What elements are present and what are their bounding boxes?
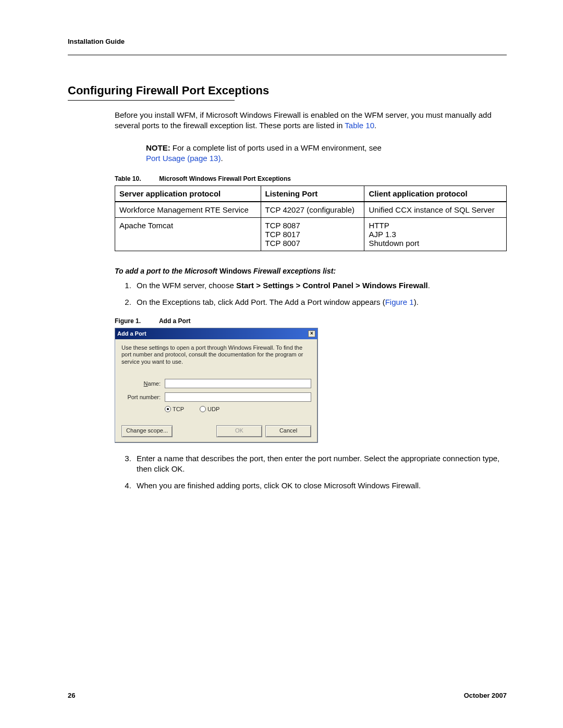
change-scope-button[interactable]: Change scope...	[121, 425, 173, 437]
dialog-description: Use these settings to open a port throug…	[121, 344, 311, 366]
proc-title-pre: To add a port to the Microsoft	[115, 267, 219, 275]
port-label: Port number:	[121, 394, 161, 400]
section-heading: Configuring Firewall Port Exceptions	[68, 84, 507, 97]
steps-list: On the WFM server, choose Start > Settin…	[133, 280, 507, 308]
intro-tail: .	[374, 121, 376, 130]
ok-button[interactable]: OK	[216, 425, 262, 437]
th-server-protocol: Server application protocol	[115, 186, 261, 202]
dialog-title: Add a Port	[117, 330, 146, 337]
protocol-radio-group: TCP UDP	[165, 406, 311, 412]
name-input[interactable]	[165, 379, 311, 388]
intro-paragraph: Before you install WFM, if Microsoft Win…	[115, 110, 507, 131]
note-tail: .	[221, 154, 223, 163]
note-block: NOTE: For a complete list of ports used …	[146, 143, 507, 164]
table-row: Apache Tomcat TCP 8087 TCP 8017 TCP 8007…	[115, 218, 507, 251]
step1-pre: On the WFM server, choose	[137, 281, 236, 290]
step2-post: ).	[414, 298, 419, 306]
header-rule	[68, 55, 507, 55]
procedure-title: To add a port to the Microsoft Windows F…	[115, 267, 507, 275]
figure-caption-text: Add a Port	[159, 317, 191, 325]
table-row: Workforce Management RTE Service TCP 420…	[115, 202, 507, 218]
cell: Unified CCX instance of SQL Server	[364, 202, 507, 218]
note-label: NOTE:	[146, 143, 170, 152]
page-footer: 26 October 2007	[68, 692, 507, 699]
table-caption-text: Microsoft Windows Firewall Port Exceptio…	[159, 175, 291, 182]
radio-icon	[165, 406, 171, 412]
note-text: For a complete list of ports used in a W…	[173, 143, 382, 152]
name-row: Name:	[121, 379, 311, 388]
cell: Workforce Management RTE Service	[115, 202, 261, 218]
heading-underline	[68, 100, 235, 101]
add-a-port-dialog: Add a Port × Use these settings to open …	[115, 328, 318, 443]
step1-bold: Start > Settings > Control Panel > Windo…	[236, 281, 428, 290]
cell: Apache Tomcat	[115, 218, 261, 251]
page: Installation Guide Configuring Firewall …	[0, 0, 563, 728]
step2-ref[interactable]: Figure 1	[385, 298, 414, 306]
port-number-input[interactable]	[165, 392, 311, 402]
radio-icon	[200, 406, 206, 412]
footer-date: October 2007	[464, 692, 507, 699]
proc-title-post: Firewall exceptions list:	[251, 267, 336, 275]
figure-caption: Figure 1. Add a Port	[115, 317, 507, 325]
step2-pre: On the Exceptions tab, click Add Port. T…	[137, 298, 385, 306]
cell: HTTP AJP 1.3 Shutdown port	[364, 218, 507, 251]
port-exceptions-table: Server application protocol Listening Po…	[115, 186, 507, 251]
step-2: On the Exceptions tab, click Add Port. T…	[133, 297, 507, 307]
intro-ref[interactable]: Table 10	[345, 121, 374, 130]
th-listening-port: Listening Port	[261, 186, 364, 202]
dialog-titlebar: Add a Port ×	[115, 328, 317, 339]
port-row: Port number:	[121, 392, 311, 402]
cell: TCP 8087 TCP 8017 TCP 8007	[261, 218, 364, 251]
page-number: 26	[68, 692, 75, 699]
table-header-row: Server application protocol Listening Po…	[115, 186, 507, 202]
step-3: Enter a name that describes the port, th…	[133, 453, 507, 475]
intro-text: Before you install WFM, if Microsoft Win…	[115, 110, 492, 130]
page-header: Installation Guide	[68, 38, 507, 55]
name-label: Name:	[121, 380, 161, 387]
proc-title-bold: Windows	[219, 267, 251, 275]
dialog-body: Use these settings to open a port throug…	[115, 339, 317, 442]
th-client-protocol: Client application protocol	[364, 186, 507, 202]
figure-caption-label: Figure 1.	[115, 317, 157, 325]
cell: TCP 42027 (configurable)	[261, 202, 364, 218]
table-caption-label: Table 10.	[115, 175, 157, 182]
header-title: Installation Guide	[68, 38, 125, 45]
steps-list-continued: Enter a name that describes the port, th…	[133, 453, 507, 491]
step-4: When you are finished adding ports, clic…	[133, 480, 507, 491]
table-caption: Table 10. Microsoft Windows Firewall Por…	[115, 175, 507, 182]
note-ref[interactable]: Port Usage (page 13)	[146, 154, 221, 163]
close-icon[interactable]: ×	[308, 330, 315, 337]
step-1: On the WFM server, choose Start > Settin…	[133, 280, 507, 291]
cancel-button[interactable]: Cancel	[265, 425, 311, 437]
step1-post: .	[428, 281, 430, 290]
tcp-radio[interactable]: TCP	[165, 406, 184, 412]
udp-radio[interactable]: UDP	[200, 406, 219, 412]
content-block: Before you install WFM, if Microsoft Win…	[115, 110, 507, 491]
dialog-button-row: Change scope... OK Cancel	[121, 425, 311, 437]
